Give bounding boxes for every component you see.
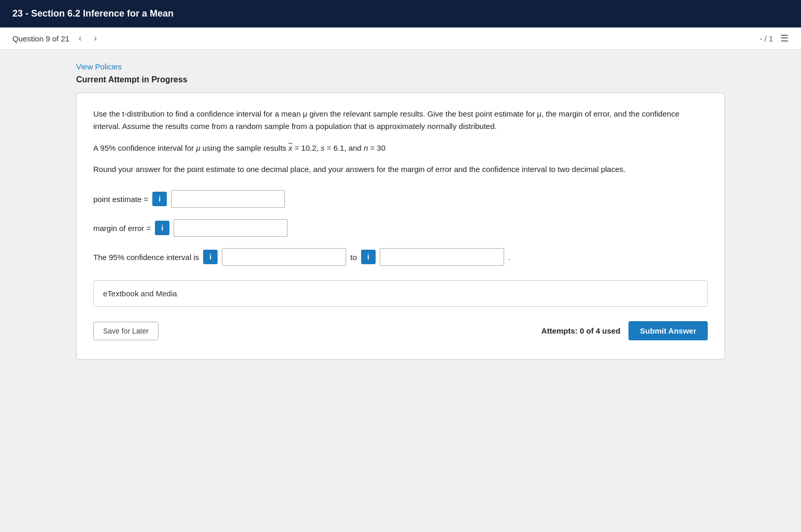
margin-of-error-label: margin of error = [93,224,151,233]
formula-line: A 95% confidence interval for μ using th… [93,141,708,155]
header-title: 23 - Section 6.2 Inference for a Mean [12,8,174,19]
ci-upper-input[interactable] [380,248,504,266]
question-text-part1: Use the t-distribution to find a confide… [93,108,708,133]
nav-bar: Question 9 of 21 ‹ › - / 1 ☰ [0,27,801,50]
right-actions: Attempts: 0 of 4 used Submit Answer [541,321,708,340]
rounding-text: Round your answer for the point estimate… [93,163,708,176]
nav-right: - / 1 ☰ [760,33,789,44]
point-estimate-label: point estimate = [93,195,148,204]
page-header: 23 - Section 6.2 Inference for a Mean [0,0,801,27]
margin-of-error-row: margin of error = i [93,219,708,237]
attempts-text: Attempts: 0 of 4 used [541,326,621,335]
point-estimate-input[interactable] [171,190,285,208]
ci-upper-info-button[interactable]: i [361,250,376,264]
attempt-label: Current Attempt in Progress [76,75,725,84]
next-question-button[interactable]: › [91,33,99,44]
ci-lower-input[interactable] [222,248,346,266]
view-policies-link[interactable]: View Policies [76,62,122,71]
margin-of-error-input[interactable] [174,219,288,237]
etextbook-label: eTextbook and Media [103,289,177,298]
to-label: to [350,253,357,262]
bottom-actions: Save for Later Attempts: 0 of 4 used Sub… [93,317,708,344]
formula-values: x = 10.2, s = 6.1, and n = 30 [289,143,385,152]
nav-left: Question 9 of 21 ‹ › [12,33,100,44]
submit-answer-button[interactable]: Submit Answer [628,321,708,340]
confidence-interval-label: The 95% confidence interval is [93,253,199,262]
confidence-interval-row: The 95% confidence interval is i to i . [93,248,708,266]
main-content: View Policies Current Attempt in Progres… [64,62,737,360]
prev-question-button[interactable]: ‹ [76,33,84,44]
point-estimate-row: point estimate = i [93,190,708,208]
save-for-later-button[interactable]: Save for Later [93,322,159,340]
question-label: Question 9 of 21 [12,34,69,43]
question-box: Use the t-distribution to find a confide… [76,93,725,360]
etextbook-box: eTextbook and Media [93,280,708,307]
list-icon[interactable]: ☰ [780,33,789,44]
formula-prefix: A 95% confidence interval for μ using th… [93,143,289,152]
period: . [508,253,510,262]
ci-lower-info-button[interactable]: i [203,250,218,264]
point-estimate-info-button[interactable]: i [152,192,167,206]
score-display: - / 1 [760,34,773,43]
margin-of-error-info-button[interactable]: i [155,221,169,235]
